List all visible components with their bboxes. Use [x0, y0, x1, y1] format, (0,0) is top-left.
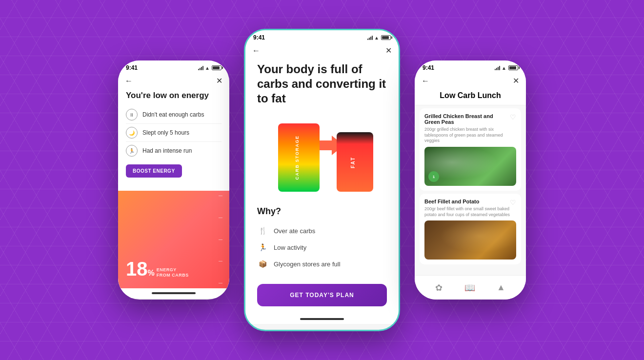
status-bar-right: 9:41 ▲ — [415, 60, 526, 73]
energy-label: ENERGYFROM CARBS — [157, 267, 189, 279]
right-phone-content: ♡ Grilled Chicken Breast and Green Peas … — [415, 105, 526, 300]
recipe-image-1: 1 — [424, 147, 516, 186]
time-left: 9:41 — [126, 64, 138, 71]
recipe-desc-2: 200gr beef fillet with one small sweet b… — [424, 206, 516, 218]
energy-list: ⏸ Didn't eat enough carbs 🌙 Slept only 5… — [118, 106, 229, 160]
recipe-name-1: Grilled Chicken Breast and Green Peas — [424, 113, 516, 125]
status-bar-center: 9:41 ▲ — [245, 30, 399, 43]
recipe-name-2: Beef Fillet and Potato — [424, 199, 516, 204]
phone-center: 9:41 ▲ ← ✕ Your body is full of carbs an… — [244, 29, 400, 331]
close-button-center[interactable]: ✕ — [385, 46, 392, 55]
recipe-desc-1: 200gr grilled chicken breast with six ta… — [424, 127, 516, 144]
why-text-1: Over ate carbs — [274, 227, 315, 235]
moon-icon: 🌙 — [126, 127, 138, 139]
home-indicator-left — [118, 288, 229, 298]
get-plan-button[interactable]: GET TODAY'S PLAN — [257, 284, 387, 306]
list-item: 🏃 Had an intense run — [126, 142, 221, 160]
reason-text-1: Didn't eat enough carbs — [142, 111, 204, 118]
right-screen-title: Low Carb Lunch — [415, 88, 526, 105]
wifi-icon-left: ▲ — [205, 65, 210, 71]
recipe-item-1: ♡ Grilled Chicken Breast and Green Peas … — [420, 108, 521, 191]
scale-lines — [219, 191, 222, 288]
boost-energy-button[interactable]: BOOST ENERGY — [126, 164, 182, 178]
phone-left: 9:41 ▲ ← ✕ You're low on energy — [118, 60, 229, 300]
status-bar-left: 9:41 ▲ — [118, 60, 229, 73]
phone-right: 9:41 ▲ ← ✕ Low Carb Lunch ♡ — [415, 60, 526, 300]
signal-icon-center — [367, 36, 373, 40]
wifi-icon-right: ▲ — [502, 65, 506, 71]
home-indicator-center — [245, 314, 399, 324]
center-phone-content: Your body is full of carbs and convertin… — [245, 58, 399, 314]
energy-number: 18% — [126, 259, 155, 279]
phones-container: 9:41 ▲ ← ✕ You're low on energy — [118, 29, 526, 331]
storage-icon: 📦 — [257, 259, 268, 269]
why-section: Why? 🍴 Over ate carbs 🏃 Low activity 📦 G… — [257, 206, 387, 280]
recipe-badge-1: 1 — [428, 171, 439, 182]
time-right: 9:41 — [423, 64, 434, 71]
list-item: ⏸ Didn't eat enough carbs — [126, 106, 221, 124]
battery-icon-left — [212, 65, 221, 70]
back-button-right[interactable]: ← — [422, 77, 429, 85]
energy-value: 18 — [126, 258, 148, 280]
left-phone-content: You're low on energy ⏸ Didn't eat enough… — [118, 88, 229, 288]
nav-top-right: ← ✕ — [415, 73, 526, 88]
tab-bar-right: ✿ 📖 ▲ — [415, 275, 526, 300]
heart-icon-2[interactable]: ♡ — [510, 199, 516, 206]
recipe-image-2 — [424, 220, 516, 260]
energy-bottom: 18% ENERGYFROM CARBS — [118, 191, 229, 288]
list-item: 📦 Glycogen stores are full — [257, 256, 387, 272]
energy-header: You're low on energy — [118, 88, 229, 106]
close-button-left[interactable]: ✕ — [216, 76, 222, 85]
time-center: 9:41 — [253, 34, 265, 41]
signal-icon-left — [198, 66, 203, 70]
fork-icon: 🍴 — [257, 225, 268, 236]
signal-icon-right — [495, 66, 500, 70]
wifi-icon-center: ▲ — [374, 35, 379, 40]
tab-icon-explore[interactable]: ✿ — [435, 282, 443, 293]
why-title: Why? — [257, 206, 387, 217]
nav-top-center: ← ✕ — [245, 43, 399, 58]
close-button-right[interactable]: ✕ — [513, 76, 519, 85]
pause-icon: ⏸ — [126, 109, 138, 120]
reason-text-3: Had an intense run — [142, 147, 192, 154]
center-title: Your body is full of carbs and convertin… — [257, 58, 387, 114]
carb-svg: CARB STORAGE FAT — [268, 119, 376, 197]
back-button-left[interactable]: ← — [125, 77, 133, 85]
list-item: 🏃 Low activity — [257, 239, 387, 256]
status-icons-center: ▲ — [367, 35, 391, 40]
heart-icon-1[interactable]: ♡ — [510, 113, 516, 121]
why-text-3: Glycogen stores are full — [274, 260, 341, 268]
recipe-list: ♡ Grilled Chicken Breast and Green Peas … — [415, 105, 526, 267]
nav-top-left: ← ✕ — [118, 73, 229, 88]
run-icon: 🏃 — [126, 145, 138, 157]
svg-text:CARB STORAGE: CARB STORAGE — [295, 136, 300, 180]
back-button-center[interactable]: ← — [252, 46, 260, 55]
tab-icon-recipes[interactable]: 📖 — [464, 282, 475, 293]
why-text-2: Low activity — [274, 244, 306, 251]
carb-visualization: CARB STORAGE FAT — [257, 119, 387, 197]
list-item: 🌙 Slept only 5 hours — [126, 124, 221, 142]
svg-text:FAT: FAT — [350, 157, 356, 168]
energy-unit: % — [148, 269, 155, 277]
activity-icon: 🏃 — [257, 242, 268, 253]
reason-text-2: Slept only 5 hours — [142, 129, 189, 136]
tab-icon-profile[interactable]: ▲ — [497, 282, 505, 293]
status-icons-left: ▲ — [198, 65, 221, 71]
recipe-item-2: ♡ Beef Fillet and Potato 200gr beef fill… — [420, 194, 521, 264]
battery-icon-center — [381, 35, 391, 40]
energy-title: You're low on energy — [126, 90, 221, 101]
list-item: 🍴 Over ate carbs — [257, 222, 387, 239]
status-icons-right: ▲ — [495, 65, 518, 71]
battery-icon-right — [508, 65, 518, 70]
